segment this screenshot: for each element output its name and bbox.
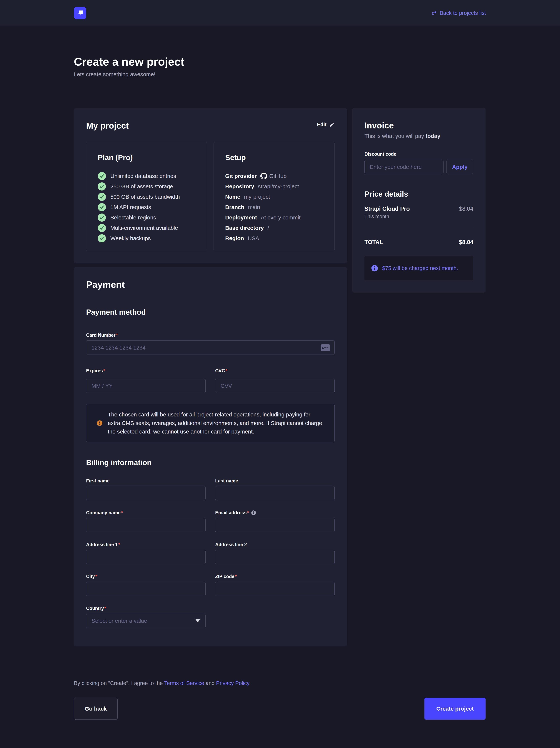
top-navigation-bar: Back to projects list <box>0 0 560 26</box>
price-line-item: Strapi Cloud Pro $8.04 <box>364 206 473 212</box>
address-line-1-input[interactable] <box>86 550 205 564</box>
chevron-down-icon <box>195 619 200 622</box>
email-info-icon[interactable] <box>251 510 256 515</box>
address-line-2-input[interactable] <box>215 550 335 564</box>
company-name-input[interactable] <box>86 518 205 532</box>
total-row: TOTAL $8.04 <box>364 239 473 246</box>
check-icon <box>98 193 106 201</box>
city-field: City* <box>86 574 205 596</box>
edit-button-label: Edit <box>317 122 326 127</box>
page-subtitle: Lets create something awesome! <box>74 71 486 77</box>
expires-input[interactable] <box>86 379 205 393</box>
price-details-title: Price details <box>364 190 473 198</box>
required-asterisk: * <box>104 606 106 611</box>
invoice-subtitle: This is what you will pay today <box>364 133 473 139</box>
setup-row-label: Base directory <box>225 225 264 231</box>
create-project-button[interactable]: Create project <box>424 698 486 720</box>
email-address-label: Email address* <box>215 510 335 515</box>
email-address-input[interactable] <box>215 518 335 532</box>
first-name-input[interactable] <box>86 486 205 500</box>
zip-code-input[interactable] <box>215 582 335 596</box>
info-icon <box>371 265 378 272</box>
setup-row-name: Name my-project <box>225 192 323 202</box>
payment-title: Payment <box>86 279 335 290</box>
discount-code-input[interactable] <box>364 160 443 174</box>
setup-row-value: / <box>267 225 269 231</box>
next-month-charge-notice: $75 will be charged next month. <box>364 256 473 280</box>
check-icon <box>98 172 106 180</box>
go-back-button[interactable]: Go back <box>74 698 118 720</box>
first-name-label: First name <box>86 478 205 484</box>
payment-method-title: Payment method <box>86 308 335 317</box>
required-asterisk: * <box>247 510 249 515</box>
company-name-label: Company name* <box>86 510 205 515</box>
country-label: Country* <box>86 606 205 611</box>
company-name-field: Company name* <box>86 510 205 532</box>
line-item-name: Strapi Cloud Pro <box>364 206 410 212</box>
setup-row-value: my-project <box>244 194 270 200</box>
setup-row-base-directory: Base directory / <box>225 223 323 233</box>
plan-feature-list: Unlimited database entries 250 GB of ass… <box>98 171 196 243</box>
my-project-card: My project Edit Plan (Pro) <box>74 108 347 263</box>
agreement-text: By clicking on "Create", I agree to the … <box>74 680 486 686</box>
setup-row-value: At every commit <box>261 214 300 221</box>
my-project-title: My project <box>86 120 129 131</box>
plan-feature: Weekly backups <box>98 233 196 243</box>
required-asterisk: * <box>121 510 123 515</box>
check-icon <box>98 203 106 211</box>
invoice-card: Invoice This is what you will pay today … <box>352 108 486 293</box>
setup-row-label: Branch <box>225 204 244 210</box>
plan-feature-label: Weekly backups <box>111 235 151 241</box>
setup-row-region: Region USA <box>225 233 323 243</box>
page-title: Create a new project <box>74 55 486 68</box>
required-asterisk: * <box>118 542 120 547</box>
plan-feature-label: 500 GB of assets bandwidth <box>111 194 180 200</box>
city-input[interactable] <box>86 582 205 596</box>
plan-feature-label: 1M API requests <box>111 204 151 210</box>
country-select[interactable]: Select or enter a value <box>86 614 205 628</box>
card-usage-warning-text: The chosen card will be used for all pro… <box>108 410 324 436</box>
required-asterisk: * <box>225 368 227 373</box>
github-icon <box>260 173 267 180</box>
setup-row-value: USA <box>248 235 259 241</box>
required-asterisk: * <box>95 574 97 579</box>
pencil-icon <box>329 122 335 127</box>
plan-feature-label: Selectable regions <box>111 214 156 221</box>
discount-code-label: Discount code <box>364 151 473 157</box>
plan-title: Plan (Pro) <box>98 153 196 162</box>
card-number-input[interactable] <box>86 341 335 355</box>
setup-row-deployment: Deployment At every commit <box>225 212 323 223</box>
next-month-charge-text: $75 will be charged next month. <box>382 265 458 271</box>
back-to-projects-link[interactable]: Back to projects list <box>431 10 486 16</box>
zip-code-label: ZIP code* <box>215 574 335 579</box>
strapi-logo-icon <box>76 9 84 17</box>
setup-row-label: Name <box>225 194 240 200</box>
total-amount: $8.04 <box>459 239 473 246</box>
back-link-label: Back to projects list <box>440 10 486 16</box>
check-icon <box>98 234 106 242</box>
city-label: City* <box>86 574 205 579</box>
page-header: Create a new project Lets create somethi… <box>74 26 486 77</box>
email-address-field: Email address* <box>215 510 335 532</box>
required-asterisk: * <box>235 574 237 579</box>
last-name-label: Last name <box>215 478 335 484</box>
create-project-page: Back to projects list Create a new proje… <box>0 0 560 748</box>
card-usage-warning: The chosen card will be used for all pro… <box>86 404 335 442</box>
setup-row-git-provider: Git provider GitHub <box>225 171 323 181</box>
strapi-logo[interactable] <box>74 7 86 19</box>
billing-information-title: Billing information <box>86 458 335 467</box>
plan-box: Plan (Pro) Unlimited database entries 25… <box>86 142 207 251</box>
back-arrow-icon <box>431 10 437 16</box>
setup-row-label: Deployment <box>225 214 257 221</box>
setup-box: Setup Git provider GitHub <box>214 142 335 251</box>
privacy-policy-link[interactable]: Privacy Policy <box>216 680 249 686</box>
plan-feature-label: Multi-environment available <box>111 225 178 231</box>
cvc-field: CVC* <box>215 368 335 393</box>
cvc-input[interactable] <box>215 379 335 393</box>
country-field: Country* Select or enter a value <box>86 606 205 628</box>
footer-actions: Go back Create project <box>74 698 486 748</box>
last-name-input[interactable] <box>215 486 335 500</box>
terms-of-service-link[interactable]: Terms of Service <box>164 680 204 686</box>
apply-discount-button[interactable]: Apply <box>446 160 473 174</box>
edit-button[interactable]: Edit <box>317 120 335 127</box>
